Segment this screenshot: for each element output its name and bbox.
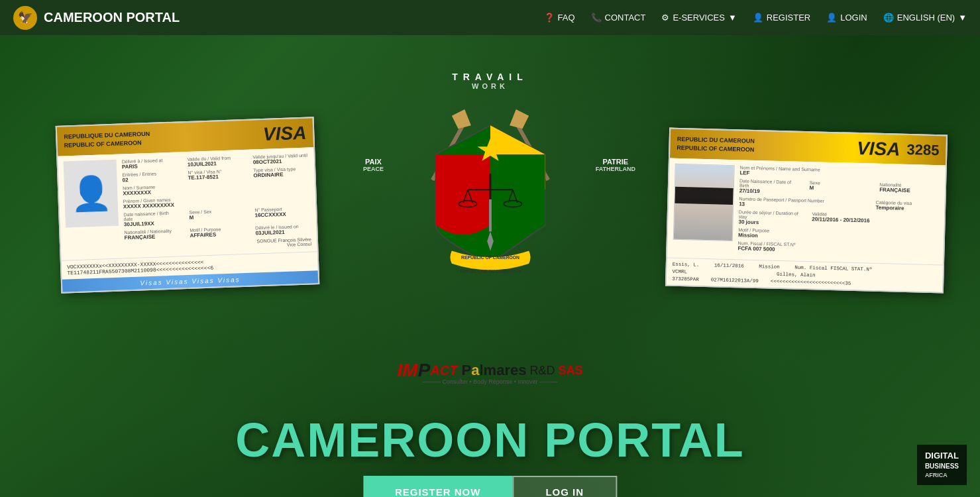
navbar-links: ❓ FAQ 📞 CONTACT ⚙ E-SERVICES ▼ 👤 REGISTE… (544, 13, 967, 23)
impact-tagline: ——— Consulter • Body Réponse • Innover —… (423, 378, 557, 385)
sas-text: SAS (555, 364, 582, 378)
register-link[interactable]: 👤 REGISTER (753, 13, 810, 23)
visa-right-title: VISA (857, 138, 900, 160)
svg-marker-3 (510, 109, 529, 129)
main-title: CAMEROON PORTAL (235, 413, 745, 467)
digital-text: DIGITAL (925, 450, 959, 462)
brand-label: CAMEROON PORTAL (44, 10, 180, 25)
motto-work: TRAVAIL WORK (452, 72, 528, 90)
svg-text:REPUBLIC OF CAMEROON: REPUBLIC OF CAMEROON (461, 255, 519, 260)
palmares-a-text: a (471, 362, 479, 379)
business-text: BUSINESS (925, 462, 959, 471)
faq-link[interactable]: ❓ FAQ (544, 13, 575, 23)
brand-icon: 🦅 (13, 6, 37, 30)
navbar: 🦅 CAMEROON PORTAL ❓ FAQ 📞 CONTACT ⚙ E-SE… (0, 0, 980, 35)
rd-text: R&D (526, 364, 555, 378)
motto-left: PAIX PEACE (363, 158, 384, 172)
svg-text:REPUBLIQUE DU CAMEROUN: REPUBLIQUE DU CAMEROUN (460, 269, 520, 274)
africa-text: AFRICA (925, 471, 959, 480)
coat-of-arms-svg: REPUBLIC OF CAMEROON REPUBLIQUE DU CAMER… (391, 90, 590, 302)
eservices-label: E-SERVICES (673, 13, 725, 23)
visa-right-card: REPUBLIC DU CAMEROUN REPUBLIC OF CAMEROO… (665, 128, 948, 294)
log-in-button[interactable]: LOG IN (512, 476, 617, 497)
hero-section: TRAVAIL WORK (0, 35, 980, 497)
visa-left-card: REPUBLIQUE DU CAMEROUN REPUBLIC OF CAMER… (56, 117, 320, 293)
visa-left-title: VISA (262, 123, 306, 145)
palmares-rest-text: lmares (479, 362, 526, 379)
login-link[interactable]: 👤 LOGIN (826, 13, 867, 23)
photo-redaction-bar (675, 187, 734, 205)
language-chevron-icon: ▼ (958, 13, 967, 23)
digital-business-badge: DIGITAL BUSINESS AFRICA (917, 445, 967, 485)
palmares-text: P (457, 362, 471, 379)
contact-label: CONTACT (605, 13, 646, 23)
login-label: LOGIN (840, 13, 867, 23)
register-now-button[interactable]: REGISTER NOW (363, 476, 513, 497)
chevron-down-icon: ▼ (728, 13, 737, 23)
eservices-link[interactable]: ⚙ E-SERVICES ▼ (661, 13, 736, 23)
person-silhouette-icon: 👤 (70, 174, 112, 213)
globe-icon: 🌐 (883, 13, 894, 23)
faq-icon: ❓ (544, 13, 555, 23)
language-selector[interactable]: 🌐 ENGLISH (EN) ▼ (883, 13, 967, 23)
visa-left-photo: 👤 (64, 160, 119, 228)
register-label: REGISTER (767, 13, 810, 23)
brand[interactable]: 🦅 CAMEROON PORTAL (13, 6, 544, 30)
gear-icon: ⚙ (661, 13, 669, 23)
impact-im-text: IM (398, 360, 418, 381)
visa-right-body: Nom et Prénoms / Name and Surname LEF Da… (667, 158, 946, 265)
user-icon: 👤 (753, 13, 763, 23)
impact-act-text: ACT (430, 363, 457, 378)
faq-label: FAQ (558, 13, 575, 23)
language-label: ENGLISH (EN) (897, 13, 955, 23)
motto-right: PATRIE FATHERLAND (596, 158, 635, 172)
svg-marker-1 (451, 109, 470, 129)
contact-link[interactable]: 📞 CONTACT (591, 13, 646, 23)
login-user-icon: 👤 (826, 13, 837, 23)
hero-buttons: REGISTER NOW LOG IN (363, 476, 617, 497)
coat-of-arms-container: TRAVAIL WORK (391, 72, 590, 302)
visa-left-fields: Délivré à / Issued at PARIS Valide du / … (122, 153, 312, 253)
visa-right-fields: Nom et Prénoms / Name and Surname LEF Da… (737, 165, 940, 259)
visa-right-photo (673, 164, 735, 241)
visa-right-number: 3285 (906, 141, 940, 159)
visa-left-body: 👤 Délivré à / Issued at PARIS Valide du … (58, 147, 317, 260)
phone-icon: 📞 (591, 13, 602, 23)
